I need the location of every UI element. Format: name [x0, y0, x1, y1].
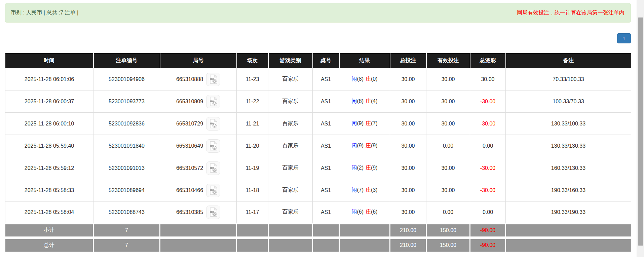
result-player-label: 闲 [351, 143, 357, 148]
vertical-scrollbar-track[interactable] [637, 0, 644, 257]
cell-time: 2025-11-28 05:58:04 [5, 201, 93, 224]
cell-remark: 100.33/70.33 [506, 90, 631, 113]
cell-round-id: 665310385 [160, 201, 237, 224]
cell-time: 2025-11-28 05:59:12 [5, 157, 93, 179]
subtotal-valid-bet: 150.00 [426, 224, 470, 238]
cell-table-no: AS1 [313, 201, 339, 224]
cell-session: 11-18 [237, 179, 268, 201]
video-playback-button[interactable] [206, 73, 220, 86]
result-banker-label: 庄 [366, 209, 371, 215]
result-banker-score: (7) [371, 120, 378, 126]
vertical-scrollbar-thumb[interactable] [638, 17, 643, 246]
cell-remark: 70.33/100.33 [506, 68, 631, 90]
cell-bet-id: 523001091013 [93, 157, 160, 179]
cell-payout: 0.00 [470, 201, 506, 224]
cell-total-bet[interactable]: 30.00 [390, 201, 426, 224]
cell-result: 闲(8)庄(0) [339, 68, 390, 90]
video-playback-button[interactable] [206, 117, 220, 131]
cell-total-bet[interactable]: 30.00 [390, 90, 426, 113]
cell-time: 2025-11-28 06:01:06 [5, 68, 93, 90]
cell-time: 2025-11-28 06:00:37 [5, 90, 93, 113]
cell-game-type: 百家乐 [268, 113, 313, 135]
result-player-label: 闲 [351, 187, 357, 193]
cell-time: 2025-11-28 05:58:33 [5, 179, 93, 201]
cell-session: 11-23 [237, 68, 268, 90]
table-row: 2025-11-28 06:01:06 523001094906 6653108… [5, 68, 631, 90]
result-player-score: (8) [357, 98, 364, 104]
video-record-icon [209, 74, 218, 84]
cell-total-bet[interactable]: 30.00 [390, 179, 426, 201]
cell-valid-bet: 30.00 [426, 113, 470, 135]
cell-payout: -30.00 [470, 179, 506, 201]
video-playback-button[interactable] [206, 161, 220, 175]
bet-records-table-wrap: 时间 注单编号 局号 场次 游戏类别 桌号 结果 总投注 有效投注 总派彩 备注… [5, 53, 631, 252]
col-header-total-bet: 总投注 [390, 53, 426, 68]
col-header-remark: 备注 [506, 53, 631, 68]
result-banker-label: 庄 [366, 187, 371, 193]
subtotal-total-bet: 210.00 [390, 224, 426, 238]
cell-game-type: 百家乐 [268, 90, 313, 113]
video-playback-button[interactable] [206, 206, 220, 219]
col-header-payout: 总派彩 [470, 53, 506, 68]
col-header-valid-bet: 有效投注 [426, 53, 470, 68]
result-banker-score: (4) [371, 98, 378, 104]
result-player-score: (8) [357, 76, 364, 82]
cell-valid-bet: 30.00 [426, 179, 470, 201]
page-1-button[interactable]: 1 [617, 33, 631, 43]
subtotal-payout: -90.00 [470, 224, 506, 238]
video-playback-button[interactable] [206, 139, 220, 153]
cell-session: 11-19 [237, 157, 268, 179]
cell-time: 2025-11-28 05:59:40 [5, 135, 93, 157]
cell-round-id: 665310809 [160, 90, 237, 113]
total-label: 总计 [5, 238, 93, 252]
cell-bet-id: 523001094906 [93, 68, 160, 90]
video-playback-button[interactable] [206, 184, 220, 197]
result-banker-score: (9) [371, 143, 378, 148]
bet-records-table: 时间 注单编号 局号 场次 游戏类别 桌号 结果 总投注 有效投注 总派彩 备注… [5, 53, 631, 252]
cell-payout: -30.00 [470, 113, 506, 135]
cell-table-no: AS1 [313, 135, 339, 157]
cell-remark: 160.33/130.33 [506, 157, 631, 179]
result-player-score: (2) [357, 165, 364, 171]
result-player-label: 闲 [351, 120, 357, 126]
video-record-icon [209, 185, 218, 195]
result-player-score: (7) [357, 187, 364, 193]
result-banker-label: 庄 [366, 120, 371, 126]
cell-total-bet[interactable]: 30.00 [390, 135, 426, 157]
subtotal-remark [506, 224, 631, 238]
cell-remark: 190.33/160.33 [506, 179, 631, 201]
round-id-text: 665310466 [176, 187, 203, 193]
result-banker-label: 庄 [366, 143, 371, 148]
col-header-session: 场次 [237, 53, 268, 68]
video-record-icon [209, 141, 218, 151]
cell-game-type: 百家乐 [268, 157, 313, 179]
result-player-score: (9) [357, 143, 364, 148]
cell-valid-bet: 30.00 [426, 157, 470, 179]
cell-table-no: AS1 [313, 113, 339, 135]
table-body: 2025-11-28 06:01:06 523001094906 6653108… [5, 68, 631, 224]
cell-total-bet[interactable]: 30.00 [390, 113, 426, 135]
cell-valid-bet: 0.00 [426, 201, 470, 224]
round-id-text: 665310809 [176, 99, 203, 105]
cell-total-bet[interactable]: 30.00 [390, 157, 426, 179]
cell-game-type: 百家乐 [268, 135, 313, 157]
cell-round-id: 665310466 [160, 179, 237, 201]
cell-time: 2025-11-28 06:00:10 [5, 113, 93, 135]
cell-game-type: 百家乐 [268, 179, 313, 201]
table-row: 2025-11-28 05:59:12 523001091013 6653105… [5, 157, 631, 179]
video-record-icon [209, 207, 218, 217]
subtotal-count: 7 [93, 224, 160, 238]
round-id-text: 665310888 [176, 76, 203, 82]
result-player-label: 闲 [351, 209, 357, 215]
video-playback-button[interactable] [206, 95, 220, 108]
result-player-score: (6) [357, 209, 364, 215]
valid-bet-note-text: 同局有效投注，统一计算在该局第一张注单内 [517, 9, 624, 16]
video-record-icon [209, 163, 218, 173]
total-row: 总计 7 210.00 150.00 -90.00 [5, 238, 631, 252]
col-header-time: 时间 [5, 53, 93, 68]
cell-session: 11-17 [237, 201, 268, 224]
cell-remark: 130.33/100.33 [506, 113, 631, 135]
subtotal-row: 小计 7 210.00 150.00 -90.00 [5, 224, 631, 238]
col-header-game-type: 游戏类别 [268, 53, 313, 68]
cell-total-bet[interactable]: 30.00 [390, 68, 426, 90]
